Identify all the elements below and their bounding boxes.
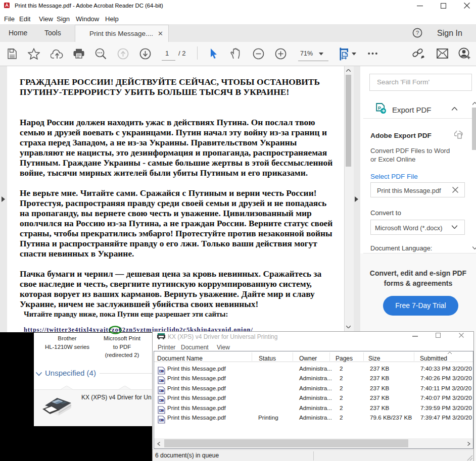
svg-text:P: P [378,106,381,111]
svg-text:?: ? [416,30,419,36]
